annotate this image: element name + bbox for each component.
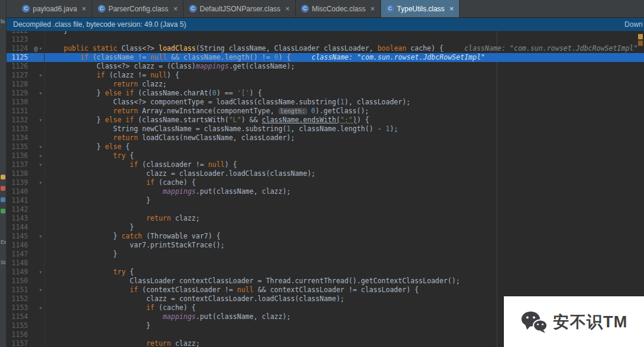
fold-arrow-icon[interactable]: ▾ [39, 303, 42, 312]
editor-gutter[interactable]: 1155 [7, 321, 45, 330]
editor-gutter[interactable]: 1140 [7, 187, 45, 196]
editor-gutter[interactable]: 1152 [7, 295, 45, 303]
tool-window-button[interactable] [1, 175, 5, 179]
editor-gutter[interactable]: 1131 [7, 107, 45, 116]
code-line-1127[interactable]: 1127▾ if (clazz != null) { [7, 71, 644, 80]
code-line-1138[interactable]: 1138 clazz = classLoader.loadClass(class… [7, 169, 644, 178]
error-stripe-mark[interactable] [638, 41, 643, 46]
editor-tab-defaultjsonparser-class[interactable]: CDefaultJSONParser.class× [184, 0, 296, 17]
code-line-1139[interactable]: 1139▾ if (cache) { [7, 178, 644, 187]
code-line-1145[interactable]: 1145▾ } catch (Throwable var7) { [7, 232, 644, 241]
code-line-1122[interactable]: 1122 } [7, 31, 644, 35]
editor-gutter[interactable]: 1138 [7, 169, 45, 178]
code-line-1142[interactable]: 1142 [7, 205, 644, 214]
code-line-1132[interactable]: 1132▾ } else if (className.startsWith("L… [7, 116, 644, 125]
code-line-1136[interactable]: 1136▾ try { [7, 151, 644, 160]
editor-gutter[interactable]: 1133 [7, 125, 45, 134]
code-line-1146[interactable]: 1146 var7.printStackTrace(); [7, 241, 644, 250]
editor-gutter[interactable]: 1136▾ [7, 151, 45, 160]
fold-arrow-icon[interactable]: ▾ [39, 89, 42, 98]
editor-gutter[interactable]: 1124@▾ [7, 44, 45, 53]
tab-close-icon[interactable]: × [82, 4, 86, 13]
annotation-gutter-icon[interactable]: @ [34, 44, 38, 53]
code-line-1126[interactable]: 1126 Class<?> clazz = (Class)mappings.ge… [7, 62, 644, 71]
tab-close-icon[interactable]: × [450, 4, 454, 13]
fold-arrow-icon[interactable]: ▾ [39, 178, 42, 187]
editor-gutter[interactable]: 1135▾ [7, 142, 45, 151]
code-line-1134[interactable]: 1134 return loadClass(newClassName, clas… [7, 134, 644, 142]
editor-gutter[interactable]: 1122 [7, 31, 45, 35]
code-line-1150[interactable]: 1150 ClassLoader contextClassLoader = Th… [7, 277, 644, 286]
editor-gutter[interactable]: 1127▾ [7, 71, 45, 80]
code-line-1144[interactable]: 1144 } [7, 223, 644, 232]
code-line-1129[interactable]: 1129▾ } else if (className.charAt(0) == … [7, 89, 644, 98]
tab-close-icon[interactable]: × [285, 4, 290, 13]
code-line-1133[interactable]: 1133 String newClassName = className.sub… [7, 125, 644, 134]
editor-gutter[interactable]: 1128 [7, 80, 45, 89]
code-line-1141[interactable]: 1141 } [7, 196, 644, 205]
editor-gutter[interactable]: 1146 [7, 241, 45, 250]
code-line-1140[interactable]: 1140 mappings.put(className, clazz); [7, 187, 644, 196]
code-line-1137[interactable]: 1137▾ if (classLoader != null) { [7, 160, 644, 169]
fold-arrow-icon[interactable]: ▾ [39, 160, 42, 169]
editor-gutter[interactable]: 1129▾ [7, 89, 45, 98]
code-line-1151[interactable]: 1151▾ if (contextClassLoader != null && … [7, 286, 644, 295]
editor-gutter[interactable]: 1150 [7, 277, 45, 286]
tool-window-button[interactable] [1, 209, 5, 213]
fold-arrow-icon[interactable]: ▾ [39, 142, 42, 151]
code-line-1125[interactable]: 1125▾ if (className != null && className… [7, 53, 644, 62]
editor-tab-parserconfig-class[interactable]: CParserConfig.class× [92, 0, 184, 17]
editor-tab-payload6-java[interactable]: Cpayload6.java× [17, 0, 92, 17]
editor-gutter[interactable]: 1149▾ [7, 268, 45, 277]
code-line-1123[interactable]: 1123 [7, 35, 644, 44]
editor-gutter[interactable]: 1156 [7, 330, 45, 339]
fold-arrow-icon[interactable]: ▾ [39, 44, 42, 53]
editor-gutter[interactable]: 1153▾ [7, 303, 45, 312]
code-line-1124[interactable]: 1124@▾ public static Class<?> loadClass(… [7, 44, 644, 53]
code-line-1149[interactable]: 1149▾ try { [7, 268, 644, 277]
editor-gutter[interactable]: 1125▾ [7, 53, 45, 62]
editor-gutter[interactable]: 1157 [7, 339, 45, 347]
editor-gutter[interactable]: 1132▾ [7, 116, 45, 125]
editor-gutter[interactable]: 1130 [7, 98, 45, 107]
editor-gutter[interactable]: 1126 [7, 62, 45, 71]
code-line-1147[interactable]: 1147 } [7, 250, 644, 259]
fold-arrow-icon[interactable]: ▾ [39, 53, 42, 62]
editor-gutter[interactable]: 1147 [7, 250, 45, 259]
editor-gutter[interactable]: 1141 [7, 196, 45, 205]
tool-window-stub-favorites[interactable]: fa [1, 18, 5, 24]
tool-window-button[interactable] [1, 197, 5, 202]
code-line-1148[interactable]: 1148 [7, 259, 644, 268]
tab-close-icon[interactable]: × [173, 4, 178, 13]
error-stripe-mark[interactable] [638, 34, 643, 39]
editor-gutter[interactable]: 1143 [7, 214, 45, 223]
editor-tab-typeutils-class[interactable]: CTypeUtils.class× [381, 0, 460, 17]
code-line-1143[interactable]: 1143 return clazz; [7, 214, 644, 223]
code-line-1131[interactable]: 1131 return Array.newInstance(componentT… [7, 107, 644, 116]
editor-gutter[interactable]: 1139▾ [7, 178, 45, 187]
editor-gutter[interactable]: 1151▾ [7, 286, 45, 295]
fold-arrow-icon[interactable]: ▾ [39, 151, 42, 160]
tool-window-button[interactable] [1, 186, 5, 191]
editor-gutter[interactable]: 1137▾ [7, 160, 45, 169]
fold-arrow-icon[interactable]: ▾ [39, 286, 42, 295]
editor-gutter[interactable]: 1144 [7, 223, 45, 232]
tab-close-icon[interactable]: × [370, 4, 375, 13]
fold-arrow-icon[interactable]: ▾ [39, 116, 42, 125]
code-line-1135[interactable]: 1135▾ } else { [7, 142, 644, 151]
tool-window-stub-1[interactable]: Ex [1, 239, 7, 245]
fold-arrow-icon[interactable]: ▾ [39, 268, 42, 277]
banner-download-link[interactable]: Down [624, 20, 643, 29]
code-line-1128[interactable]: 1128 return clazz; [7, 80, 644, 89]
fold-arrow-icon[interactable]: ▾ [39, 232, 42, 241]
fold-arrow-icon[interactable]: ▾ [39, 71, 42, 80]
editor-gutter[interactable]: 1148 [7, 259, 45, 268]
editor-tab-misccodec-class[interactable]: CMiscCodec.class× [296, 0, 381, 17]
editor-gutter[interactable]: 1123 [7, 35, 45, 44]
editor-gutter[interactable]: 1134 [7, 134, 45, 142]
editor-gutter[interactable]: 1145▾ [7, 232, 45, 241]
editor-gutter[interactable]: 1142 [7, 205, 45, 214]
tool-window-stub-2[interactable]: Sc [1, 259, 7, 265]
editor-gutter[interactable]: 1154 [7, 312, 45, 321]
code-line-1130[interactable]: 1130 Class<?> componentType = loadClass(… [7, 98, 644, 107]
